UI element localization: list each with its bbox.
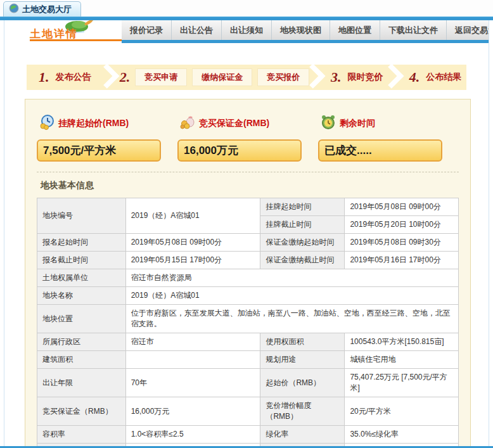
bid-deposit-label: 竞买保证金（RMB） bbox=[37, 397, 126, 426]
owner-value: 宿迁市自然资源局 bbox=[125, 269, 458, 287]
alarm-clock-icon bbox=[321, 115, 336, 132]
chevron-right-icon bbox=[388, 63, 404, 91]
land-detail-panel: 挂牌起始价(RMB) 7,500元/平方米 竞买保证金(RMB) 16,000万… bbox=[25, 99, 471, 448]
listing-price-value: 7,500元/平方米 bbox=[37, 139, 161, 162]
nav-download-documents[interactable]: 下载出让文件 bbox=[380, 20, 447, 40]
nav-transfer-announcement[interactable]: 出让公告 bbox=[172, 20, 222, 40]
plot-name-label: 地块名称 bbox=[37, 287, 126, 305]
step-3-timed-bidding: 3. 限时竞价 bbox=[326, 69, 388, 86]
signup-start-value: 2019年05月08日 09时00分 bbox=[125, 234, 260, 252]
listing-end-value: 2019年05月20日 10时00分 bbox=[345, 216, 459, 234]
usage-label: 规划用途 bbox=[260, 351, 345, 369]
listing-start-value: 2019年05月08日 09时00分 bbox=[345, 198, 459, 216]
clock-coins-icon bbox=[39, 115, 54, 132]
table-row: 地块位置 位于市府新区，东至发展大道、加油站，南至八一路、加油站、空地，西至经三… bbox=[37, 305, 459, 333]
listing-end-label: 挂牌截止时间 bbox=[260, 216, 345, 234]
bid-deposit-value: 16,000万元 bbox=[125, 397, 260, 426]
pay-deposit-button[interactable]: 缴纳保证金 bbox=[192, 68, 252, 86]
step-2-apply: 2. 竞买申请 缴纳保证金 竞买报价 bbox=[120, 68, 310, 86]
location-value: 位于市府新区，东至发展大道、加油站，南至八一路、加油站、空地，西至经三路、空地，… bbox=[125, 305, 458, 333]
far-value: 1.0<容积率≤2.5 bbox=[125, 426, 260, 444]
nav-bid-records[interactable]: 报价记录 bbox=[122, 20, 172, 40]
tab-title: 土地交易大厅 bbox=[22, 4, 72, 15]
dashed-separator bbox=[37, 172, 459, 172]
plot-number-label: 地块编号 bbox=[37, 198, 126, 234]
green-label: 绿化率 bbox=[260, 426, 345, 444]
signup-start-label: 报名起始时间 bbox=[37, 234, 126, 252]
area-label: 使用权面积 bbox=[260, 333, 345, 351]
term-value: 70年 bbox=[125, 369, 260, 397]
table-row: 容积率 1.0<容积率≤2.5 绿化率 35.0%≤绿化率 bbox=[37, 426, 459, 444]
term-label: 出让年限 bbox=[37, 369, 126, 397]
area-value: 100543.0平方米[150.815亩] bbox=[345, 333, 459, 351]
coins-bag-icon bbox=[180, 115, 195, 132]
table-row: 所属行政区 宿迁市 使用权面积 100543.0平方米[150.815亩] bbox=[37, 333, 459, 351]
building-area-value bbox=[125, 351, 260, 369]
owner-label: 土地权属单位 bbox=[37, 269, 126, 287]
chevron-right-icon bbox=[309, 63, 326, 91]
browser-tab-bar: 土地交易大厅 bbox=[0, 0, 493, 16]
step-1-publish: 1. 发布公告 bbox=[27, 69, 103, 86]
step-2-number: 2. bbox=[120, 69, 131, 86]
tab-land-trading-hall[interactable]: 土地交易大厅 bbox=[3, 1, 81, 16]
process-steps-bar: 1. 发布公告 2. 竞买申请 缴纳保证金 竞买报价 3. 限时竞价 4. 公布… bbox=[27, 65, 466, 90]
plot-name-value: 2019（经）A宿城01 bbox=[125, 287, 458, 305]
section-title-basic-info: 地块基本信息 bbox=[41, 180, 459, 191]
usage-value: 城镇住宅用地 bbox=[345, 351, 459, 369]
chevron-right-icon bbox=[103, 63, 120, 91]
step-1-label: 发布公告 bbox=[56, 72, 91, 83]
nav-transfer-notice[interactable]: 出让须知 bbox=[222, 20, 272, 40]
step-4-label: 公布结果 bbox=[426, 72, 461, 83]
deposit-end-label: 保证金缴纳截止时间 bbox=[260, 252, 345, 269]
deposit-start-label: 保证金缴纳起始时间 bbox=[260, 234, 345, 252]
table-row: 地块名称 2019（经）A宿城01 bbox=[37, 287, 459, 305]
table-row: 报名起始时间 2019年05月08日 09时00分 保证金缴纳起始时间 2019… bbox=[37, 234, 459, 252]
table-row: 报名截止时间 2019年05月15日 17时00分 保证金缴纳截止时间 2019… bbox=[37, 252, 459, 269]
signup-end-label: 报名截止时间 bbox=[37, 252, 126, 269]
deposit-value: 16,000万元 bbox=[177, 139, 302, 162]
step-3-number: 3. bbox=[331, 69, 342, 86]
time-left-value: 已成交..... bbox=[318, 139, 442, 162]
far-label: 容积率 bbox=[37, 426, 126, 444]
globe-icon bbox=[9, 3, 19, 16]
land-basic-info-table: 地块编号 2019（经）A宿城01 挂牌起始时间 2019年05月08日 09时… bbox=[37, 198, 459, 448]
step-3-label: 限时竞价 bbox=[347, 72, 383, 83]
header-nav: 报价记录 出让公告 出让须知 地块现状图 地图位置 下载出让文件 返回交易大厅 bbox=[122, 20, 489, 43]
nav-plot-status-map[interactable]: 地块现状图 bbox=[272, 20, 330, 40]
start-price-value: 75,407.25万元 [7,500元/平方米] bbox=[345, 369, 459, 397]
district-label: 所属行政区 bbox=[37, 333, 126, 351]
increment-label: 竞价增价幅度（RMB） bbox=[260, 397, 345, 426]
deposit-end-value: 2019年05月16日 17时00分 bbox=[345, 252, 459, 269]
listing-start-label: 挂牌起始时间 bbox=[260, 198, 345, 216]
district-value: 宿迁市 bbox=[125, 333, 260, 351]
summary-row: 挂牌起始价(RMB) 7,500元/平方米 竞买保证金(RMB) 16,000万… bbox=[37, 112, 459, 162]
header: 土地详情 报价记录 出让公告 出让须知 地块现状图 地图位置 下载出让文件 返回… bbox=[4, 20, 489, 43]
bid-offer-button[interactable]: 竞买报价 bbox=[257, 68, 309, 86]
nav-map-location[interactable]: 地图位置 bbox=[330, 20, 380, 40]
nav-back-to-hall[interactable]: 返回交易大厅 bbox=[447, 20, 489, 40]
bid-apply-button[interactable]: 竞买申请 bbox=[135, 68, 187, 86]
deposit-title: 竞买保证金(RMB) bbox=[199, 118, 269, 129]
deposit-block: 竞买保证金(RMB) 16,000万元 bbox=[177, 112, 318, 162]
plot-number-value: 2019（经）A宿城01 bbox=[125, 198, 260, 234]
green-value: 35.0%≤绿化率 bbox=[345, 426, 459, 444]
table-row: 竞买保证金（RMB） 16,000万元 竞价增价幅度（RMB） 20元/平方米 bbox=[37, 397, 459, 426]
step-4-results: 4. 公布结果 bbox=[404, 69, 466, 86]
deposit-start-value: 2019年05月08日 09时30分 bbox=[345, 234, 459, 252]
increment-value: 20元/平方米 bbox=[345, 397, 459, 426]
signup-end-value: 2019年05月15日 17时00分 bbox=[125, 252, 260, 269]
table-row: 出让年限 70年 起始价（RMB） 75,407.25万元 [7,500元/平方… bbox=[37, 369, 459, 397]
step-4-number: 4. bbox=[409, 69, 420, 86]
location-label: 地块位置 bbox=[37, 305, 126, 333]
page-frame: 土地详情 报价记录 出让公告 出让须知 地块现状图 地图位置 下载出让文件 返回… bbox=[4, 20, 489, 448]
building-area-label: 建筑面积 bbox=[37, 351, 126, 369]
time-left-title: 剩余时间 bbox=[340, 118, 375, 129]
time-left-block: 剩余时间 已成交..... bbox=[318, 112, 459, 162]
table-row: 建筑面积 规划用途 城镇住宅用地 bbox=[37, 351, 459, 369]
start-price-label: 起始价（RMB） bbox=[260, 369, 345, 397]
table-row: 地块编号 2019（经）A宿城01 挂牌起始时间 2019年05月08日 09时… bbox=[37, 198, 459, 216]
step-1-number: 1. bbox=[39, 69, 49, 86]
listing-price-block: 挂牌起始价(RMB) 7,500元/平方米 bbox=[37, 112, 177, 162]
table-row: 土地权属单位 宿迁市自然资源局 bbox=[37, 269, 459, 287]
listing-price-title: 挂牌起始价(RMB) bbox=[58, 118, 129, 129]
